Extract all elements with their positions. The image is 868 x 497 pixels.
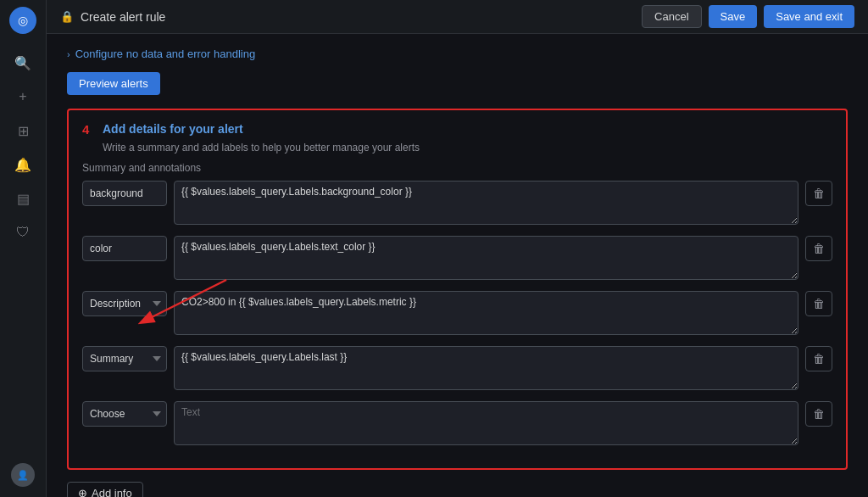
annotation-key-input-color[interactable] <box>82 236 167 261</box>
annotation-row-summary: Summary Description Choose {{ $values.la… <box>82 346 832 393</box>
logo-icon: ◎ <box>18 14 28 27</box>
delete-color-button[interactable]: 🗑 <box>805 236 832 261</box>
sidebar-item-alerts[interactable]: 🔔 <box>8 149 38 180</box>
bell-icon: 🔔 <box>14 157 31 173</box>
delete-background-button[interactable]: 🗑 <box>805 181 832 206</box>
annotation-row-color: {{ $values.labels_query.Labels.text_colo… <box>82 236 832 282</box>
topbar-buttons: Cancel Save Save and exit <box>642 5 854 28</box>
section-number: 4 <box>82 122 96 137</box>
sidebar-item-add[interactable]: + <box>8 81 38 112</box>
section-header: 4 Add details for your alert <box>82 122 832 137</box>
annotation-select-summary[interactable]: Summary Description Choose <box>82 346 167 371</box>
sidebar-bottom: 👤 <box>11 463 35 487</box>
delete-summary-button[interactable]: 🗑 <box>805 346 832 371</box>
annotation-textarea-choose[interactable] <box>174 401 798 445</box>
annotation-value-choose <box>174 401 798 448</box>
annotation-value-color: {{ $values.labels_query.Labels.text_colo… <box>174 236 798 282</box>
sidebar-item-table[interactable]: ▤ <box>8 183 38 214</box>
annotation-textarea-summary[interactable]: {{ $values.labels_query.Labels.last }} <box>174 346 798 390</box>
section-title: Add details for your alert <box>103 122 243 136</box>
search-icon: 🔍 <box>14 55 31 71</box>
annotations-label: Summary and annotations <box>82 162 832 174</box>
add-info-row: ⊕ Add info <box>67 482 848 497</box>
annotation-value-background: {{ $values.labels_query.Labels.backgroun… <box>174 181 798 227</box>
annotation-textarea-description[interactable]: CO2>800 in {{ $values.labels_query.Label… <box>174 291 798 335</box>
add-info-button[interactable]: ⊕ Add info <box>67 482 143 497</box>
annotation-key-input-background[interactable] <box>82 181 167 206</box>
annotation-row-background: {{ $values.labels_query.Labels.backgroun… <box>82 181 832 227</box>
plus-icon: + <box>19 89 26 104</box>
sidebar-item-shield[interactable]: 🛡 <box>8 217 38 248</box>
avatar-icon: 👤 <box>17 470 29 481</box>
annotation-value-summary: {{ $values.labels_query.Labels.last }} <box>174 346 798 393</box>
preview-alerts-button[interactable]: Preview alerts <box>67 72 160 95</box>
sidebar-logo[interactable]: ◎ <box>9 7 36 34</box>
plus-circle-icon: ⊕ <box>78 487 87 497</box>
cancel-button[interactable]: Cancel <box>642 5 701 28</box>
sidebar: ◎ 🔍 + ⊞ 🔔 ▤ 🛡 👤 <box>0 0 47 497</box>
content-area: › Configure no data and error handling P… <box>47 34 868 497</box>
sidebar-item-grid[interactable]: ⊞ <box>8 115 38 146</box>
delete-description-button[interactable]: 🗑 <box>805 291 832 316</box>
annotation-key-background <box>82 181 167 206</box>
annotation-key-summary: Summary Description Choose <box>82 346 167 371</box>
main-area: 🔒 Create alert rule Cancel Save Save and… <box>47 0 868 497</box>
annotation-row-choose: Choose Description Summary 🗑 <box>82 401 832 448</box>
sidebar-item-search[interactable]: 🔍 <box>8 47 38 78</box>
avatar[interactable]: 👤 <box>11 463 35 487</box>
save-button[interactable]: Save <box>709 5 758 28</box>
configure-no-data-row[interactable]: › Configure no data and error handling <box>67 47 848 60</box>
annotation-textarea-color[interactable]: {{ $values.labels_query.Labels.text_colo… <box>174 236 798 280</box>
delete-choose-button[interactable]: 🗑 <box>805 401 832 427</box>
annotation-value-description: CO2>800 in {{ $values.labels_query.Label… <box>174 291 798 338</box>
grid-icon: ⊞ <box>18 123 29 139</box>
chevron-right-icon: › <box>67 49 70 59</box>
section-4-box: 4 Add details for your alert Write a sum… <box>67 109 848 470</box>
lock-icon: 🔒 <box>60 10 74 23</box>
save-and-exit-button[interactable]: Save and exit <box>764 5 854 28</box>
annotation-key-color <box>82 236 167 261</box>
annotation-select-choose[interactable]: Choose Description Summary <box>82 401 167 427</box>
topbar: 🔒 Create alert rule Cancel Save Save and… <box>47 0 868 34</box>
annotation-textarea-background[interactable]: {{ $values.labels_query.Labels.backgroun… <box>174 181 798 225</box>
annotation-key-choose: Choose Description Summary <box>82 401 167 427</box>
annotation-row-description: Description Summary Choose CO2>800 in {{… <box>82 291 832 338</box>
table-icon: ▤ <box>17 191 30 207</box>
section-subtitle: Write a summary and add labels to help y… <box>103 142 832 154</box>
annotation-select-description[interactable]: Description Summary Choose <box>82 291 167 316</box>
annotation-key-description: Description Summary Choose <box>82 291 167 316</box>
add-info-label: Add info <box>92 487 132 497</box>
page-title: Create alert rule <box>81 10 635 24</box>
configure-no-data-text: Configure no data and error handling <box>75 47 255 60</box>
shield-icon: 🛡 <box>16 225 30 240</box>
